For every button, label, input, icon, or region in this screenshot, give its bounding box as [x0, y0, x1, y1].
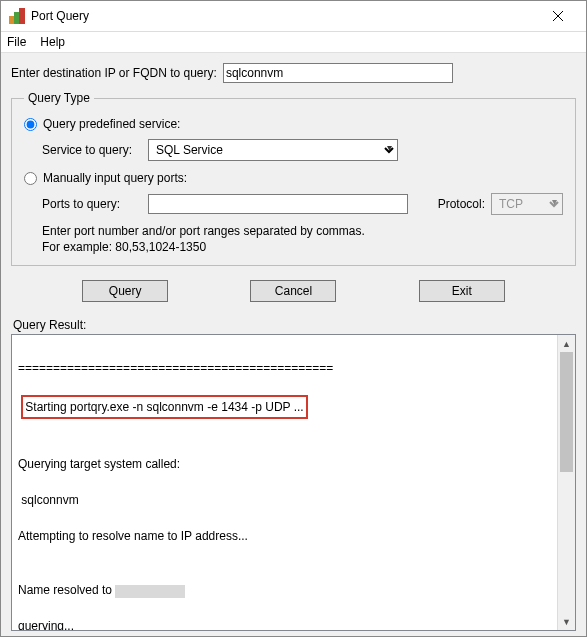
destination-label: Enter destination IP or FQDN to query: — [11, 66, 217, 80]
ports-input[interactable] — [148, 194, 408, 214]
service-label: Service to query: — [42, 143, 142, 157]
radio-predefined-label: Query predefined service: — [43, 117, 180, 131]
app-icon — [9, 8, 25, 24]
radio-manual[interactable]: Manually input query ports: — [24, 171, 563, 185]
ports-hint: Enter port number and/or port ranges sep… — [42, 223, 563, 255]
title-bar: Port Query — [1, 1, 586, 32]
result-panel: ========================================… — [11, 334, 576, 631]
cancel-button[interactable]: Cancel — [250, 280, 336, 302]
menu-help[interactable]: Help — [40, 35, 65, 49]
menu-file[interactable]: File — [7, 35, 26, 49]
radio-manual-label: Manually input query ports: — [43, 171, 187, 185]
radio-predefined[interactable]: Query predefined service: — [24, 117, 563, 131]
query-button[interactable]: Query — [82, 280, 168, 302]
form-body: Enter destination IP or FQDN to query: s… — [1, 53, 586, 635]
button-row: Query Cancel Exit — [11, 276, 576, 312]
protocol-label: Protocol: — [438, 197, 485, 211]
highlight-start-cmd: Starting portqry.exe -n sqlconnvm -e 143… — [21, 395, 307, 419]
exit-button[interactable]: Exit — [419, 280, 505, 302]
ports-label: Ports to query: — [42, 197, 142, 211]
port-query-window: Port Query File Help Enter destination I… — [0, 0, 587, 637]
result-label: Query Result: — [13, 318, 574, 332]
query-type-group: Query Type Query predefined service: Ser… — [11, 91, 576, 266]
result-text[interactable]: ========================================… — [12, 335, 557, 630]
redacted-ip — [115, 585, 185, 598]
scroll-down-icon[interactable]: ▼ — [558, 613, 575, 630]
radio-manual-input[interactable] — [24, 172, 37, 185]
scroll-up-icon[interactable]: ▲ — [558, 335, 575, 352]
protocol-select[interactable]: TCP — [491, 193, 563, 215]
close-icon — [553, 11, 563, 21]
destination-value: sqlconnvm — [226, 66, 283, 80]
result-scrollbar[interactable]: ▲ ▼ — [557, 335, 575, 630]
service-select[interactable]: SQL Service — [148, 139, 398, 161]
menu-bar: File Help — [1, 32, 586, 53]
destination-input[interactable]: sqlconnvm — [223, 63, 453, 83]
window-close-button[interactable] — [538, 2, 578, 30]
radio-predefined-input[interactable] — [24, 118, 37, 131]
scroll-thumb[interactable] — [560, 352, 573, 472]
window-title: Port Query — [31, 9, 538, 23]
query-type-legend: Query Type — [24, 91, 94, 105]
svg-rect-2 — [19, 8, 25, 24]
